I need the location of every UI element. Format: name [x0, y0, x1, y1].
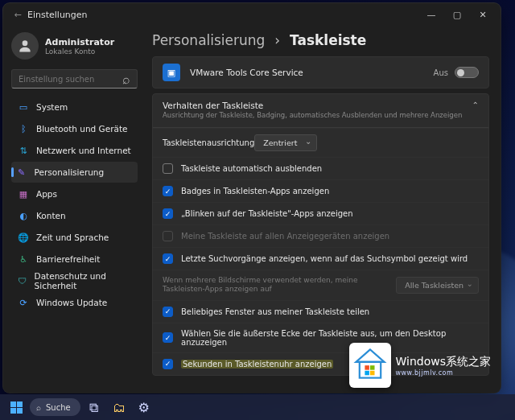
- sidebar-item-personalization[interactable]: ✎Personalisierung: [11, 162, 138, 183]
- sidebar-item-time[interactable]: 🌐Zeit und Sprache: [11, 227, 138, 248]
- svg-marker-1: [356, 349, 384, 361]
- sidebar: Administrator Lokales Konto ⌕ ▭System ᛒB…: [3, 26, 144, 393]
- avatar: [11, 32, 39, 60]
- titlebar: ← Einstellungen — ▢ ✕: [3, 3, 501, 26]
- explorer-button[interactable]: 🗂: [108, 397, 130, 417]
- checkbox[interactable]: ✓: [163, 307, 173, 317]
- behaviors-header[interactable]: Verhalten der Taskleiste Ausrichtung der…: [153, 94, 488, 128]
- toggle-switch[interactable]: [455, 67, 479, 78]
- svg-rect-2: [359, 362, 380, 378]
- maximize-button[interactable]: ▢: [444, 4, 470, 25]
- sidebar-item-accessibility[interactable]: ♿Barrierefreiheit: [11, 249, 138, 270]
- account-name: Administrator: [45, 37, 114, 47]
- search-icon: ⌕: [122, 72, 130, 87]
- account-block[interactable]: Administrator Lokales Konto: [11, 27, 138, 68]
- account-sub: Lokales Konto: [45, 47, 114, 56]
- checkbox-row[interactable]: Taskleiste automatisch ausblenden: [153, 157, 488, 179]
- svg-rect-4: [370, 365, 375, 370]
- alignment-dropdown[interactable]: Zentriert: [254, 134, 317, 151]
- checkbox[interactable]: ✓: [163, 332, 173, 343]
- taskbar-search[interactable]: ⌕ Suche: [30, 398, 80, 416]
- svg-rect-5: [365, 371, 369, 376]
- sidebar-item-update[interactable]: ⟳Windows Update: [11, 292, 138, 313]
- vmware-icon: ▣: [163, 64, 180, 81]
- task-view-button[interactable]: ⧉: [83, 397, 105, 417]
- checkbox[interactable]: ✓: [163, 208, 173, 219]
- checkbox[interactable]: ✓: [163, 253, 173, 264]
- checkbox-row[interactable]: ✓ Beliebiges Fenster aus meiner Taskleis…: [153, 300, 488, 323]
- breadcrumb-current: Taskleiste: [290, 32, 366, 48]
- svg-rect-3: [365, 365, 369, 370]
- breadcrumb-prev[interactable]: Personalisierung: [152, 32, 265, 48]
- svg-rect-6: [370, 371, 375, 376]
- sidebar-item-network[interactable]: ⇅Netzwerk und Internet: [11, 140, 138, 161]
- close-button[interactable]: ✕: [470, 4, 496, 25]
- watermark: Windows系统之家 www.bjjmlv.com: [349, 343, 492, 388]
- breadcrumb: Personalisierung › Taskleiste: [152, 29, 489, 56]
- search-icon: ⌕: [36, 403, 41, 412]
- checkbox[interactable]: ✓: [163, 359, 173, 369]
- svg-point-0: [23, 40, 28, 46]
- settings-window: ← Einstellungen — ▢ ✕ Administrator Loka…: [3, 3, 501, 393]
- sidebar-item-apps[interactable]: ▦Apps: [11, 183, 138, 204]
- main-pane: Personalisierung › Taskleiste ▣ VMware T…: [144, 26, 501, 393]
- alignment-row: Taskleistenausrichtung Zentriert: [153, 128, 488, 157]
- house-icon: [352, 346, 388, 381]
- back-button[interactable]: ←: [8, 10, 27, 20]
- multi-display-dropdown: Alle Taskleisten: [396, 277, 479, 294]
- settings-taskbar-button[interactable]: ⚙: [133, 397, 155, 417]
- start-button[interactable]: [5, 397, 27, 417]
- chevron-up-icon: ⌃: [472, 101, 479, 109]
- checkbox-row-disabled: Meine Taskleiste auf allen Anzeigegeräte…: [153, 224, 488, 247]
- search-box[interactable]: ⌕: [11, 69, 138, 89]
- window-title: Einstellungen: [27, 10, 88, 20]
- nav: ▭System ᛒBluetooth und Geräte ⇅Netzwerk …: [11, 97, 138, 313]
- sidebar-item-accounts[interactable]: ◐Konten: [11, 205, 138, 226]
- checkbox: [163, 231, 173, 241]
- checkbox-row[interactable]: ✓ Letzte Suchvorgänge anzeigen, wenn auf…: [153, 247, 488, 270]
- chevron-right-icon: ›: [274, 32, 280, 48]
- minimize-button[interactable]: —: [418, 4, 444, 25]
- checkbox[interactable]: ✓: [163, 186, 173, 196]
- search-input[interactable]: [19, 75, 122, 84]
- checkbox-row[interactable]: ✓ Badges in Taskleisten-Apps anzeigen: [153, 179, 488, 202]
- multi-display-row: Wenn mehrere Bildschirme verwendet werde…: [153, 270, 488, 300]
- checkbox-row[interactable]: ✓ „Blinken auf der Taskleiste"-Apps anze…: [153, 202, 488, 224]
- sidebar-item-system[interactable]: ▭System: [11, 97, 138, 117]
- taskbar: ⌕ Suche ⧉ 🗂 ⚙: [0, 394, 515, 420]
- sidebar-item-privacy[interactable]: 🛡Datenschutz und Sicherheit: [11, 270, 138, 291]
- sidebar-item-bluetooth[interactable]: ᛒBluetooth und Geräte: [11, 118, 138, 139]
- behaviors-card: Verhalten der Taskleiste Ausrichtung der…: [152, 93, 489, 376]
- systray-app-row[interactable]: ▣ VMware Tools Core Service Aus: [153, 57, 488, 88]
- windows-icon: [10, 401, 23, 414]
- checkbox[interactable]: [163, 163, 173, 174]
